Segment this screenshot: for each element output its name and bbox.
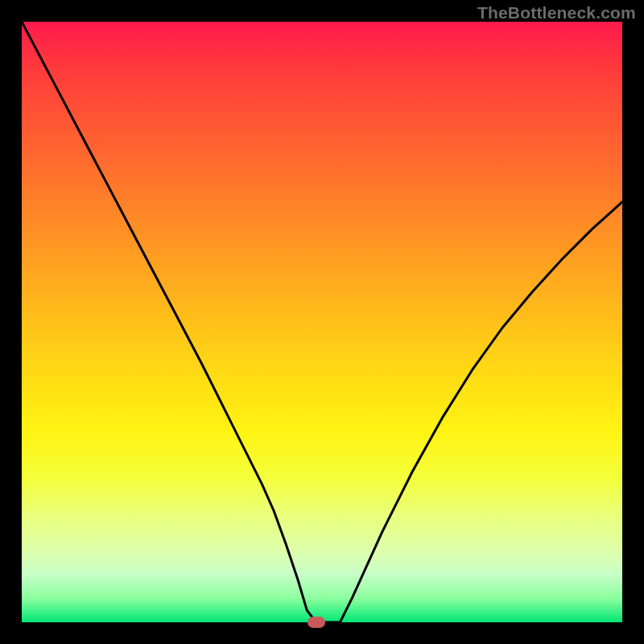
bottleneck-curve [22,22,622,622]
curve-svg [22,22,622,622]
chart-frame: TheBottleneck.com [0,0,644,644]
plot-area [22,22,622,622]
watermark-text: TheBottleneck.com [477,3,636,23]
bottleneck-marker [308,617,325,628]
